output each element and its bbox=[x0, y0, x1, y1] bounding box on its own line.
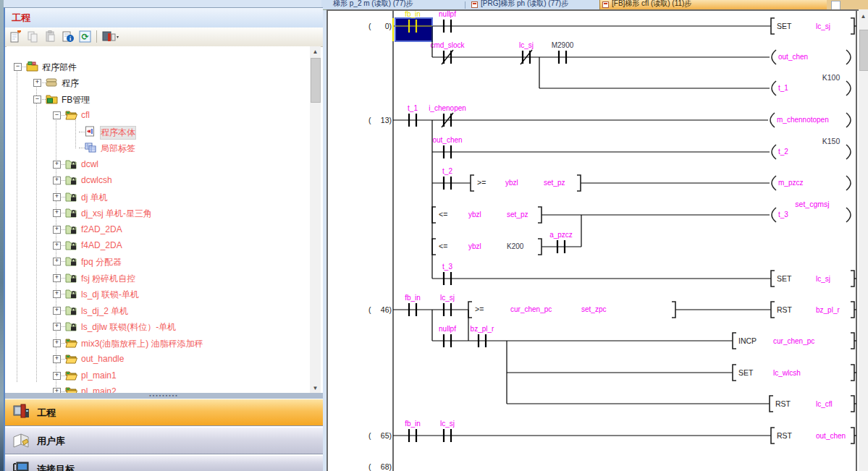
ladder-contact-i_chenopen[interactable]: i_chenopen bbox=[429, 104, 466, 127]
nav-button-project[interactable]: 工程 bbox=[5, 399, 323, 426]
tree-expander-plus[interactable]: + bbox=[53, 209, 61, 217]
ladder-contact-bz_pl_r[interactable]: bz_pl_r bbox=[471, 325, 494, 347]
ladder-rung[interactable]: t_3SETlc_sj bbox=[432, 263, 856, 287]
tree-expander-plus[interactable]: + bbox=[53, 323, 61, 331]
tree-item[interactable]: +mix3(油脂放秤上) 油脂秤添加秤 bbox=[7, 336, 311, 349]
ladder-compare-block[interactable]: <=ybzlK200 bbox=[432, 239, 542, 255]
tree-expander-minus[interactable]: − bbox=[14, 63, 22, 71]
scroll-down-icon[interactable]: ▼ bbox=[310, 385, 321, 391]
tree-expander-minus[interactable]: − bbox=[53, 111, 61, 119]
tree-expander-plus[interactable]: + bbox=[53, 161, 61, 169]
tree-expander-plus[interactable]: + bbox=[53, 177, 61, 184]
tree-expander-plus[interactable]: + bbox=[53, 339, 61, 347]
paste-button[interactable] bbox=[43, 29, 59, 44]
ladder-rung[interactable]: (65)fb_inlc_sjRSTout_chen bbox=[368, 420, 856, 444]
tree-expander-plus[interactable]: + bbox=[53, 290, 61, 298]
tree-item-label[interactable]: ls_djlw 联锁(料位）-单机 bbox=[81, 321, 176, 334]
ladder-rung[interactable]: (0)fb_innullpfSETlc_sj bbox=[368, 10, 856, 41]
tree-item[interactable]: +fpq 分配器 bbox=[7, 255, 311, 268]
tree-item-label[interactable]: f4AD_2DA bbox=[81, 240, 122, 250]
panel-splitter[interactable]: ▪▪▪▪▪▪▪▪▪ bbox=[5, 393, 323, 399]
tree-expander-minus[interactable]: − bbox=[33, 96, 41, 103]
tree-item-label[interactable]: f2AD_2DA bbox=[81, 224, 122, 234]
tree-item-label[interactable]: 局部标签 bbox=[101, 143, 135, 155]
ladder-instruction-RST-lc_cfl[interactable]: RSTlc_cfl bbox=[770, 396, 856, 412]
ladder-rung[interactable]: cmd_slocklc_sjM2900out_chen bbox=[430, 41, 851, 64]
tab-ladder-ph[interactable]: [PRG]梯形 ph (读取) (77)步 bbox=[469, 0, 597, 9]
ladder-canvas[interactable]: (0)fb_innullpfSETlc_sjcmd_slocklc_sjM290… bbox=[326, 9, 859, 471]
tree-item[interactable]: +fsj 粉碎机自控 bbox=[7, 271, 311, 284]
tree-item[interactable]: +ls_djlw 联锁(料位）-单机 bbox=[7, 320, 311, 333]
ladder-contact-nullpf[interactable]: nullpf bbox=[439, 10, 456, 33]
tree-expander-plus[interactable]: + bbox=[33, 79, 41, 87]
tree-item-label[interactable]: cfl bbox=[81, 110, 90, 120]
tree-expander-plus[interactable]: + bbox=[53, 274, 61, 282]
ladder-rung[interactable]: t_2>=ybzlset_pzm_pzcz bbox=[432, 167, 851, 191]
ladder-rung[interactable]: <=ybzlset_pzt_3set_cgmsj bbox=[432, 200, 851, 223]
ladder-instruction-INCP-cur_chen_pc[interactable]: INCPcur_chen_pc bbox=[733, 333, 856, 349]
new-object-button[interactable] bbox=[8, 29, 24, 44]
ladder-instruction-SET-lc_sj[interactable]: SETlc_sj bbox=[771, 271, 856, 287]
tree-item-label[interactable]: 程序部件 bbox=[42, 61, 77, 74]
tree-expander-plus[interactable]: + bbox=[53, 307, 61, 315]
ladder-contact-fb_in[interactable]: fb_in bbox=[405, 420, 421, 442]
tree-item-label[interactable]: mix3(油脂放秤上) 油脂秤添加秤 bbox=[81, 338, 203, 350]
tree-item-label[interactable]: FB管理 bbox=[62, 94, 90, 106]
tree-item[interactable]: +out_handle bbox=[7, 352, 311, 365]
tree-expander-plus[interactable]: + bbox=[53, 355, 61, 363]
ladder-contact-lc_sj[interactable]: lc_sj bbox=[519, 41, 534, 64]
tree-item[interactable]: −cfl bbox=[7, 109, 311, 122]
ladder-rung[interactable]: RSTlc_cfl bbox=[507, 396, 856, 412]
ladder-contact-a_pzcz[interactable]: a_pzcz bbox=[549, 231, 573, 253]
ladder-coil-m_pzcz[interactable]: m_pzcz bbox=[772, 176, 851, 190]
tree-expander-plus[interactable]: + bbox=[53, 242, 61, 250]
tree-item[interactable]: +dj_xsj 单机-星三角 bbox=[7, 206, 311, 219]
ladder-coil-t_2[interactable]: t_2K150 bbox=[772, 137, 851, 159]
ladder-contact-out_chen[interactable]: out_chen bbox=[432, 136, 462, 158]
tree-expander-plus[interactable]: + bbox=[53, 193, 61, 201]
tree-expander-plus[interactable]: + bbox=[53, 226, 61, 234]
ladder-scrollbar[interactable]: ▲ bbox=[859, 9, 868, 471]
ladder-instruction-RST-bz_pl_r[interactable]: RSTbz_pl_r bbox=[771, 302, 856, 318]
ladder-rung[interactable]: nullpfbz_pl_rINCPcur_chen_pc bbox=[432, 325, 856, 349]
ladder-rung[interactable]: t_1K100 bbox=[539, 73, 851, 96]
scroll-up-icon[interactable]: ▲ bbox=[310, 48, 321, 55]
tree-item-label[interactable]: fsj 粉碎机自控 bbox=[81, 273, 135, 285]
ladder-rung[interactable]: (13)t_1i_chenopenm_chennotopen bbox=[368, 104, 851, 127]
nav-button-user-library[interactable]: 用户库 bbox=[5, 427, 323, 454]
ladder-scrollbar-thumb[interactable] bbox=[859, 30, 868, 71]
tree-item[interactable]: 程序本体 bbox=[7, 125, 311, 138]
ladder-rung[interactable]: <=ybzlK200a_pzcz bbox=[432, 231, 581, 255]
tree-item[interactable]: 局部标签 bbox=[7, 141, 311, 154]
ladder-compare-block[interactable]: >=ybzlset_pz bbox=[471, 175, 581, 191]
tree-item-label[interactable]: 程序 bbox=[62, 77, 79, 90]
ladder-coil-out_chen[interactable]: out_chen bbox=[772, 50, 851, 64]
ladder-editor[interactable]: (0)fb_innullpfSETlc_sjcmd_slocklc_sjM290… bbox=[326, 9, 859, 471]
ladder-coil-t_1[interactable]: t_1K100 bbox=[772, 73, 851, 96]
tree-item[interactable]: +pl_main1 bbox=[7, 369, 311, 382]
tree-item-label[interactable]: 程序本体 bbox=[101, 127, 135, 139]
refresh-button[interactable]: ⟳ bbox=[77, 29, 93, 44]
tree-scrollbar[interactable]: ▲ ▼ bbox=[310, 46, 321, 394]
tree-item[interactable]: −程序部件 bbox=[7, 60, 311, 73]
ladder-coil-t_3[interactable]: t_3set_cgmsj bbox=[772, 200, 851, 222]
ladder-compare-block[interactable]: <=ybzlset_pz bbox=[432, 207, 542, 223]
ladder-instruction-SET-lc_wlcsh[interactable]: SETlc_wlcsh bbox=[733, 365, 856, 381]
tab-ladder-cfl-active[interactable]: [FB]梯形 cfl (读取) (11)步 bbox=[599, 0, 833, 9]
tree-item[interactable]: +程序 bbox=[7, 76, 311, 89]
ladder-contact-t_1[interactable]: t_1 bbox=[408, 104, 418, 127]
tab-ladder-p2m[interactable]: 梯形 p_2 m (读取) (77)步 bbox=[321, 0, 463, 9]
tree-item-label[interactable]: ls_dj 联锁-单机 bbox=[81, 289, 139, 301]
ladder-contact-nullpf[interactable]: nullpf bbox=[439, 325, 456, 347]
ladder-contact-lc_sj[interactable]: lc_sj bbox=[440, 420, 455, 442]
tree-item-label[interactable]: ls_dj_2 单机 bbox=[81, 305, 128, 318]
scroll-up-icon[interactable]: ▲ bbox=[859, 13, 868, 20]
ladder-contact-t_2[interactable]: t_2 bbox=[442, 167, 452, 190]
tree-item-label[interactable]: dcwlcsh bbox=[81, 175, 112, 185]
tree-item[interactable]: +dj 单机 bbox=[7, 190, 311, 203]
tree-expander-plus[interactable]: + bbox=[53, 372, 61, 380]
ladder-instruction-SET-lc_sj[interactable]: SETlc_sj bbox=[771, 18, 856, 34]
ladder-instruction-RST-out_chen[interactable]: RSTout_chen bbox=[771, 428, 856, 444]
tree-item-label[interactable]: out_handle bbox=[81, 354, 124, 364]
ladder-contact-fb_in[interactable]: fb_in bbox=[393, 10, 432, 41]
